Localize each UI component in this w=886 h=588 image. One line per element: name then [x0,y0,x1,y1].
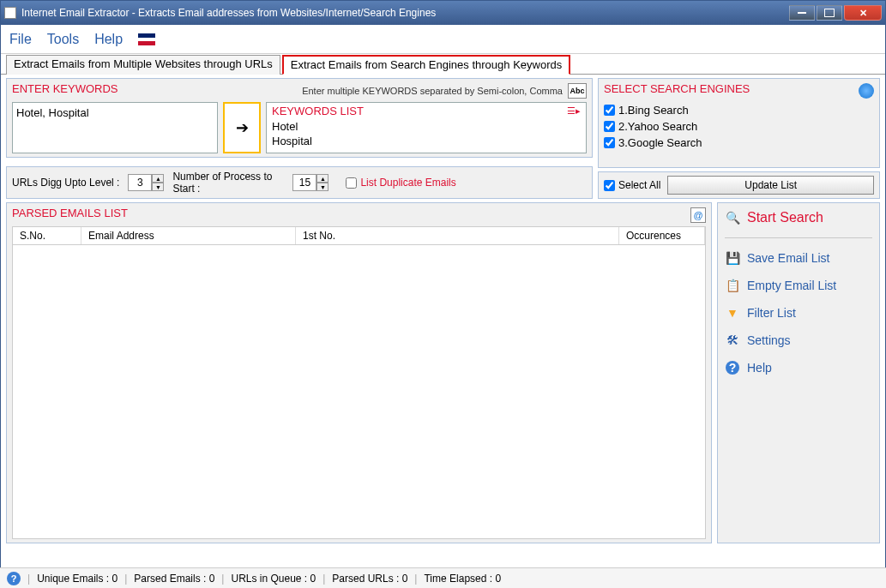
parsed-emails-panel: PARSED EMAILS LIST @ S.No. Email Address… [6,202,712,543]
empty-email-list-button[interactable]: Empty Email List [725,278,872,293]
settings-icon [725,333,740,348]
filter-icon [725,305,740,321]
list-item[interactable]: Hotel [272,119,581,134]
duplicate-label: List Duplicate Emails [360,177,455,189]
chevron-down-icon[interactable]: ▼ [316,183,328,191]
col-sno[interactable]: S.No. [13,227,81,244]
duplicate-checkbox-input[interactable] [346,177,357,189]
engine-bing[interactable]: 1.Bing Search [604,102,874,118]
divider [725,237,872,238]
status-parsed-urls: Parsed URLs : 0 [332,573,407,585]
enter-keywords-panel: ENTER KEYWORDS Enter multiple KEYWORDS s… [6,78,593,158]
status-time-elapsed: Time Elapsed : 0 [424,573,501,585]
col-occurrences[interactable]: Occurences [619,227,705,244]
start-search-button[interactable]: Start Search [725,210,872,225]
table-body[interactable] [12,245,706,539]
status-unique-emails: Unique Emails : 0 [37,573,118,585]
keywords-list[interactable]: KEYWORDS LIST ☰▸ Hotel Hospital [266,102,587,153]
empty-icon [725,278,740,293]
digg-level-input[interactable] [128,174,152,191]
menu-help[interactable]: Help [94,32,123,47]
col-email[interactable]: Email Address [81,227,296,244]
close-button[interactable] [844,5,882,21]
list-menu-icon[interactable]: ☰▸ [567,105,581,117]
abc-icon[interactable]: Abc [568,83,587,99]
col-first[interactable]: 1st No. [296,227,619,244]
status-parsed-emails: Parsed Emails : 0 [134,573,214,585]
options-row: URLs Digg Upto Level : ▲▼ Number of Proc… [6,166,593,199]
table-header: S.No. Email Address 1st No. Occurences [12,226,706,245]
parsed-emails-header: PARSED EMAILS LIST [12,207,128,219]
update-list-button[interactable]: Update List [667,176,874,195]
engine-google[interactable]: 3.Google Search [604,135,874,151]
maximize-button[interactable] [817,5,842,21]
menu-tools[interactable]: Tools [47,32,79,47]
process-count-label: Number of Process to Start : [172,171,284,195]
menubar: File Tools Help [1,25,885,54]
save-icon [725,250,740,266]
select-all-checkbox[interactable]: Select All [604,179,660,191]
digg-level-label: URLs Digg Upto Level : [12,177,119,189]
status-urls-queue: URLs in Queue : 0 [231,573,316,585]
keywords-hint: Enter multiple KEYWORDS separated by Sem… [118,86,568,96]
engine-yahoo[interactable]: 2.Yahoo Search [604,118,874,135]
window-title: Internet Email Extractor - Extracts Emai… [21,7,789,19]
list-duplicate-checkbox[interactable]: List Duplicate Emails [346,177,455,189]
tab-bar: Extract Emails from Multiple Websites th… [1,54,885,75]
help-icon[interactable]: ? [7,572,21,585]
arrow-right-icon: ➔ [236,118,249,137]
help-button[interactable]: Help [725,360,872,375]
chevron-up-icon[interactable]: ▲ [152,174,164,183]
actions-panel: Start Search Save Email List Empty Email… [717,202,880,543]
select-all-row: Select All Update List [598,171,880,199]
titlebar: Internet Email Extractor - Extracts Emai… [1,1,885,25]
digg-level-stepper[interactable]: ▲▼ [128,174,164,191]
search-engines-header: SELECT SEARCH ENGINES [604,82,750,95]
statusbar: ? | Unique Emails : 0| Parsed Emails : 0… [0,567,886,588]
language-flag-icon[interactable] [138,33,155,45]
process-count-input[interactable] [292,174,316,191]
app-icon [4,7,16,19]
keywords-input[interactable] [12,102,218,153]
email-at-icon: @ [690,207,706,223]
save-email-list-button[interactable]: Save Email List [725,250,872,266]
search-icon [725,210,740,225]
chevron-up-icon[interactable]: ▲ [316,174,328,183]
search-engines-panel: SELECT SEARCH ENGINES 1.Bing Search 2.Ya… [598,78,880,168]
keywords-list-header: KEYWORDS LIST [272,105,364,117]
list-item[interactable]: Hospital [272,134,581,148]
settings-button[interactable]: Settings [725,333,872,348]
tab-search-engines[interactable]: Extract Emails from Search Engines throu… [282,55,570,75]
add-keyword-button[interactable]: ➔ [223,102,261,153]
enter-keywords-header: ENTER KEYWORDS [12,82,118,95]
menu-file[interactable]: File [9,32,32,47]
help-icon [725,360,740,375]
process-count-stepper[interactable]: ▲▼ [292,174,328,191]
chevron-down-icon[interactable]: ▼ [152,183,164,191]
globe-icon [859,83,874,99]
tab-multiple-websites[interactable]: Extract Emails from Multiple Websites th… [6,55,280,75]
minimize-button[interactable] [789,5,815,21]
filter-list-button[interactable]: Filter List [725,305,872,321]
